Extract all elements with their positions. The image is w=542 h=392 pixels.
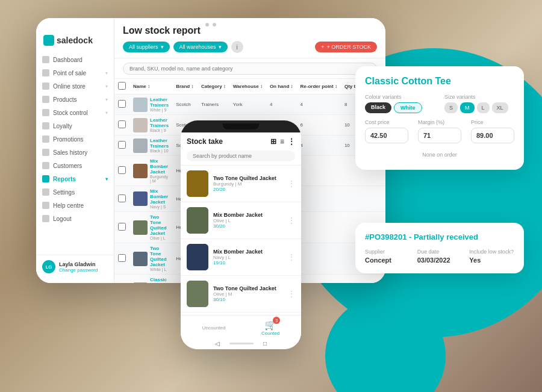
row-reorder: 4 [297, 135, 341, 156]
user-name: Layla Gladwin [59, 261, 98, 267]
product-image [187, 170, 208, 197]
row-checkbox[interactable] [114, 275, 129, 284]
phone-title-text: Stock take [187, 137, 223, 146]
order-stock-button[interactable]: + + ORDER STOCK [315, 42, 377, 52]
phone-content: Stock take ⊞ ≡ ⋮ Two Tone Quilted Jacket… [181, 132, 301, 349]
product-variant: Navy | L [213, 255, 283, 260]
sidebar-item-products[interactable]: Products ▾ [36, 93, 114, 106]
filter-icon[interactable]: ≡ [280, 137, 284, 146]
size-variants-section: Size variants S M L XL [444, 94, 514, 113]
row-checkbox[interactable] [114, 243, 129, 275]
item-menu-icon[interactable]: ⋮ [288, 253, 295, 261]
phone-list-item[interactable]: Two Tone Quilted Jacket Burgundy | M 20/… [181, 166, 301, 202]
phone-search-input[interactable] [187, 151, 295, 161]
sidebar-label-pos: Point of sale [53, 70, 86, 76]
size-m[interactable]: M [460, 102, 475, 113]
low-stock-label: Include low stock? [469, 249, 514, 255]
info-button[interactable]: i [231, 41, 243, 53]
sidebar-item-reports[interactable]: Reports ▾ [36, 172, 114, 185]
row-checkbox[interactable] [114, 186, 129, 212]
phone-list-item[interactable]: Mix Bomber Jacket Olive | L 30/20 ⋮ [181, 202, 301, 239]
search-input[interactable] [123, 63, 377, 75]
product-variant: Olive | M [213, 291, 283, 297]
products-icon [42, 96, 49, 103]
nav-back-icon[interactable]: ◁ [215, 340, 220, 347]
header-controls: All suppliers ▾ All warehouses ▾ i + + O… [123, 41, 377, 53]
none-on-order: None on order [365, 149, 514, 160]
sidebar-item-settings[interactable]: Settings [36, 185, 114, 199]
sidebar: saledock Dashboard Point of sale ▾ Onlin… [36, 18, 114, 283]
phone-title-bar: Stock take ⊞ ≡ ⋮ [187, 137, 295, 146]
col-onhand: On hand ↕ [266, 79, 297, 95]
size-s[interactable]: S [444, 102, 458, 113]
barcode-icon[interactable]: ⊞ [270, 137, 276, 146]
sidebar-item-online[interactable]: Online store ▾ [36, 79, 114, 93]
size-xl[interactable]: XL [492, 102, 508, 113]
po-details-row: Supplier Concept Due date 03/03/2022 Inc… [365, 249, 514, 264]
supplier-chevron-icon: ▾ [161, 44, 164, 50]
user-avatar: LG [42, 260, 55, 273]
sidebar-label-logout: Logout [53, 216, 72, 222]
sidebar-item-customers[interactable]: Customers [36, 159, 114, 172]
uncounted-label: Uncounted [202, 325, 226, 331]
price-input[interactable] [471, 128, 514, 143]
phone-header: Stock take ⊞ ≡ ⋮ [181, 132, 301, 166]
product-image [187, 244, 208, 270]
user-action[interactable]: Change password [59, 267, 98, 273]
row-checkbox[interactable] [114, 95, 129, 115]
item-menu-icon[interactable]: ⋮ [288, 216, 295, 225]
warehouse-chevron-icon: ▾ [219, 44, 222, 50]
row-product: Leather Trainers Black | 9 [129, 115, 172, 135]
product-name: Mix Bomber Jacket [213, 212, 283, 218]
sidebar-label-help: Help centre [53, 202, 84, 209]
nav-square-icon[interactable]: □ [263, 340, 267, 347]
select-all-checkbox[interactable] [118, 82, 126, 90]
price-section: Price [471, 119, 514, 143]
product-image [187, 207, 208, 234]
home-indicator[interactable] [229, 343, 254, 344]
warehouse-filter-button[interactable]: All warehouses ▾ [173, 42, 228, 52]
row-product: Two Tone Quilted Jacket Olive | L [129, 212, 172, 243]
item-menu-icon[interactable]: ⋮ [288, 179, 295, 188]
sidebar-item-sales[interactable]: Sales history [36, 146, 114, 159]
counted-tab[interactable]: 🛒 3 Counted [261, 319, 279, 336]
sidebar-item-promotions[interactable]: Promotions [36, 132, 114, 146]
colour-chip-white[interactable]: White [394, 102, 422, 113]
row-reorder [297, 212, 341, 243]
pricing-row: Cost price Margin (%) Price [365, 119, 514, 143]
product-info: Two Tone Quilted Jacket Olive | M 30/10 [213, 285, 283, 302]
due-value: 03/03/2022 [417, 257, 463, 264]
sidebar-item-logout[interactable]: Logout [36, 212, 114, 225]
sidebar-item-stock[interactable]: Stock control ▾ [36, 106, 114, 119]
counted-label: Counted [261, 331, 279, 336]
colour-chip-black[interactable]: Black [365, 102, 391, 113]
row-reorder [297, 156, 341, 186]
phone-list-item[interactable]: Mix Bomber Jacket Navy | L 19/10 ⋮ [181, 239, 301, 276]
row-checkbox[interactable] [114, 135, 129, 156]
sidebar-item-pos[interactable]: Point of sale ▾ [36, 66, 114, 79]
uncounted-tab[interactable]: Uncounted [202, 325, 226, 331]
margin-input[interactable] [418, 128, 461, 143]
user-profile[interactable]: LG Layla Gladwin Change password [42, 260, 108, 273]
reports-icon [42, 175, 49, 182]
cost-input[interactable] [365, 128, 408, 143]
sidebar-item-dashboard[interactable]: Dashboard [36, 53, 114, 66]
col-brand: Brand ↕ [172, 79, 198, 95]
order-icon: + [321, 44, 324, 50]
item-menu-icon[interactable]: ⋮ [288, 290, 295, 298]
row-checkbox[interactable] [114, 156, 129, 186]
size-l[interactable]: L [477, 102, 490, 113]
phone-list-item[interactable]: Two Tone Quilted Jacket Olive | M 30/10 … [181, 276, 301, 313]
sidebar-item-loyalty[interactable]: Loyalty [36, 119, 114, 132]
more-icon[interactable]: ⋮ [288, 137, 295, 146]
sidebar-item-help[interactable]: Help centre [36, 199, 114, 212]
row-brand: Scotch [172, 95, 198, 115]
help-icon [42, 202, 49, 209]
phone-list: Two Tone Quilted Jacket Burgundy | M 20/… [181, 166, 301, 315]
row-qty [341, 186, 379, 212]
row-checkbox[interactable] [114, 115, 129, 135]
table-row[interactable]: Leather Trainers White | 9 Scotch Traine… [114, 95, 385, 115]
sidebar-label-customers: Customers [53, 163, 82, 169]
supplier-filter-button[interactable]: All suppliers ▾ [123, 42, 170, 52]
row-checkbox[interactable] [114, 212, 129, 243]
